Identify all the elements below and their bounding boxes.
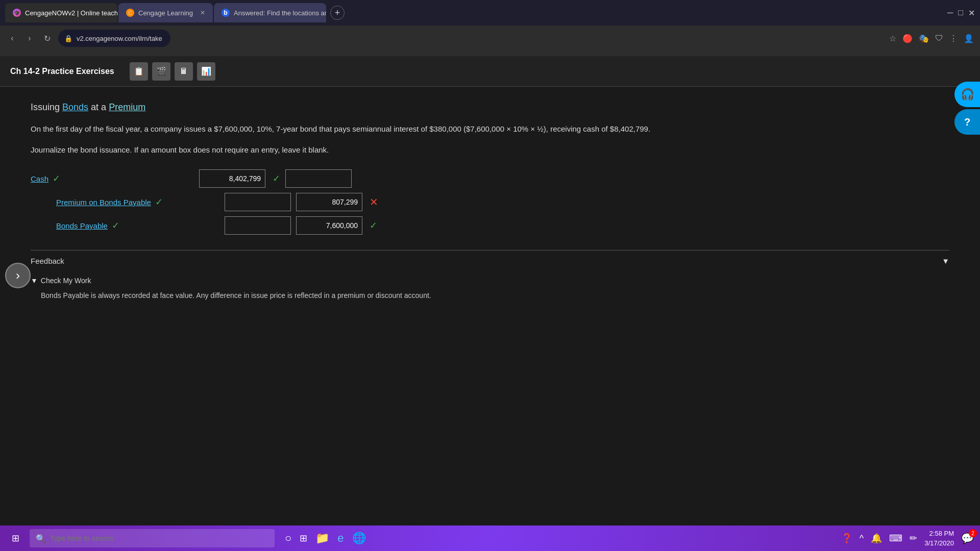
bonds-label-check: ✓ <box>112 220 119 231</box>
app-title: Ch 14-2 Practice Exercises <box>10 67 114 76</box>
check-my-work-header: ▼ Check My Work <box>31 277 949 285</box>
premium-account-link[interactable]: Premium on Bonds Payable <box>56 198 151 207</box>
premium-journal-row: Premium on Bonds Payable ✓ ✕ <box>31 193 949 211</box>
premium-label: Premium on Bonds Payable ✓ <box>56 196 219 208</box>
bonds-link[interactable]: Bonds <box>62 102 88 112</box>
video-tool-button[interactable]: 🎬 <box>152 62 170 81</box>
taskbar-ie-icon[interactable]: e <box>337 532 344 545</box>
back-button[interactable]: ‹ <box>6 34 18 43</box>
close-button[interactable]: ✕ <box>968 8 975 18</box>
tab-favicon-2: C <box>126 9 134 17</box>
extension-icon-1[interactable]: 🔴 <box>902 34 913 43</box>
time-date-display: 2:58 PM 3/17/2020 <box>924 529 954 548</box>
current-date: 3/17/2020 <box>924 538 954 548</box>
taskbar-help-icon[interactable]: ❓ <box>841 533 852 544</box>
tab-close-2[interactable]: ✕ <box>200 9 205 16</box>
main-content: Issuing Bonds at a Premium On the first … <box>0 87 980 316</box>
menu-icon[interactable]: ⋮ <box>949 34 958 43</box>
tab-cengage[interactable]: C Cengage Learning ✕ <box>118 3 213 22</box>
address-right-icons: ☆ 🔴 🎭 🛡 ⋮ 👤 <box>889 34 974 43</box>
taskbar-search-icon: 🔍 <box>36 534 46 543</box>
tab-favicon-3: b <box>222 9 230 17</box>
bonds-label: Bonds Payable ✓ <box>56 220 219 231</box>
premium-credit-incorrect-icon: ✕ <box>370 196 378 208</box>
address-input[interactable] <box>58 30 170 47</box>
address-bar-row: ‹ › ↻ 🔒 ☆ 🔴 🎭 🛡 ⋮ 👤 <box>0 26 980 51</box>
extension-icon-2[interactable]: 🎭 <box>919 34 929 43</box>
spreadsheet-tool-button[interactable]: 📊 <box>197 62 215 81</box>
tab-label-2: Cengage Learning <box>138 9 193 17</box>
tab-label-3: Answered: Find the locations an <box>234 9 326 17</box>
section-title-middle: at a <box>88 102 109 112</box>
tab-label-1: CengageNOWv2 | Online teachin <box>25 9 117 17</box>
journal-table: Cash ✓ ✓ Premium on Bonds Payable ✓ ✕ Bo… <box>31 169 949 235</box>
taskbar-search-bar: 🔍 <box>30 529 275 547</box>
taskbar-chrome-icon[interactable]: 🌐 <box>352 532 366 545</box>
cash-debit-check: ✓ <box>273 173 280 184</box>
cash-account-link[interactable]: Cash <box>31 174 48 183</box>
bonds-journal-row: Bonds Payable ✓ ✓ <box>31 216 949 235</box>
header-tools: 📋 🎬 🖩 📊 <box>130 62 215 81</box>
taskbar-cortana-icon[interactable]: ○ <box>285 532 291 545</box>
premium-debit-input[interactable] <box>225 193 291 211</box>
taskbar-input-icon[interactable]: ⌨ <box>889 533 902 544</box>
taskbar: ⊞ 🔍 ○ ⊞ 📁 e 🌐 ❓ ^ 🔔 ⌨ ✏ 2:58 PM 3/17/202… <box>0 525 980 551</box>
refresh-button[interactable]: ↻ <box>41 34 53 43</box>
bookmark-icon[interactable]: ☆ <box>889 34 896 43</box>
taskbar-search-input[interactable] <box>50 534 268 542</box>
check-my-work-text: Bonds Payable is always recorded at face… <box>31 290 949 301</box>
cash-label: Cash ✓ <box>31 173 194 184</box>
extension-icon-3[interactable]: 🛡 <box>935 34 943 43</box>
start-button[interactable]: ⊞ <box>6 529 24 547</box>
taskbar-fileexplorer-icon[interactable]: 📁 <box>315 532 329 545</box>
window-controls: ─ □ ✕ <box>947 8 975 18</box>
bonds-credit-input[interactable] <box>296 216 362 235</box>
user-avatar[interactable]: 👤 <box>964 34 974 43</box>
instruction-text: Journalize the bond issuance. If an amou… <box>31 145 949 154</box>
address-wrapper: 🔒 <box>58 30 884 47</box>
bonds-credit-check: ✓ <box>370 220 377 231</box>
section-title-prefix: Issuing <box>31 102 62 112</box>
current-time: 2:58 PM <box>924 529 954 539</box>
premium-credit-input[interactable] <box>296 193 362 211</box>
right-panel-buttons: 🎧 ? <box>954 82 980 135</box>
next-button[interactable]: › <box>5 263 31 288</box>
cash-journal-row: Cash ✓ ✓ <box>31 169 949 188</box>
minimize-button[interactable]: ─ <box>947 8 953 17</box>
notification-badge: 2 <box>969 529 977 537</box>
lock-icon: 🔒 <box>64 35 72 42</box>
taskbar-system-icons: ❓ ^ 🔔 ⌨ ✏ 2:58 PM 3/17/2020 💬 2 <box>841 529 974 548</box>
notification-bubble[interactable]: 💬 2 <box>961 532 974 544</box>
section-title: Issuing Bonds at a Premium <box>31 102 949 113</box>
app-header: Ch 14-2 Practice Exercises 📋 🎬 🖩 📊 <box>0 56 980 87</box>
taskbar-taskview-icon[interactable]: ⊞ <box>300 533 307 544</box>
premium-link[interactable]: Premium <box>109 102 145 112</box>
tab-answered[interactable]: b Answered: Find the locations an ✕ <box>214 3 326 22</box>
notes-tool-button[interactable]: 📋 <box>130 62 148 81</box>
bonds-account-link[interactable]: Bonds Payable <box>56 221 108 230</box>
forward-button[interactable]: › <box>23 34 36 43</box>
taskbar-notifications-icon[interactable]: 🔔 <box>871 533 882 544</box>
description-text: On the first day of the fiscal year, a c… <box>31 123 949 135</box>
tab-bar: 🎓 CengageNOWv2 | Online teachin ✕ C Ceng… <box>0 0 980 26</box>
headset-button[interactable]: 🎧 <box>954 82 980 107</box>
taskbar-pen-icon[interactable]: ✏ <box>910 533 917 544</box>
new-tab-button[interactable]: + <box>330 6 345 20</box>
taskbar-chevron-icon[interactable]: ^ <box>860 533 864 544</box>
feedback-label: Feedback <box>31 257 64 265</box>
premium-label-check: ✓ <box>155 197 163 207</box>
bonds-debit-input[interactable] <box>225 216 291 235</box>
browser-chrome: 🎓 CengageNOWv2 | Online teachin ✕ C Ceng… <box>0 0 980 56</box>
maximize-button[interactable]: □ <box>958 8 963 17</box>
cash-label-check: ✓ <box>53 173 60 184</box>
check-my-work-triangle-icon: ▼ <box>31 277 38 285</box>
check-my-work-section: ▼ Check My Work Bonds Payable is always … <box>31 277 949 301</box>
help-button[interactable]: ? <box>954 109 980 135</box>
feedback-bar[interactable]: Feedback ▼ <box>31 250 949 271</box>
feedback-chevron-icon: ▼ <box>942 257 949 265</box>
cash-debit-input[interactable] <box>199 169 265 188</box>
cash-credit-input[interactable] <box>285 169 352 188</box>
tab-cengagenow[interactable]: 🎓 CengageNOWv2 | Online teachin ✕ <box>5 3 117 22</box>
calculator-tool-button[interactable]: 🖩 <box>175 62 193 81</box>
check-my-work-label: Check My Work <box>41 277 91 285</box>
